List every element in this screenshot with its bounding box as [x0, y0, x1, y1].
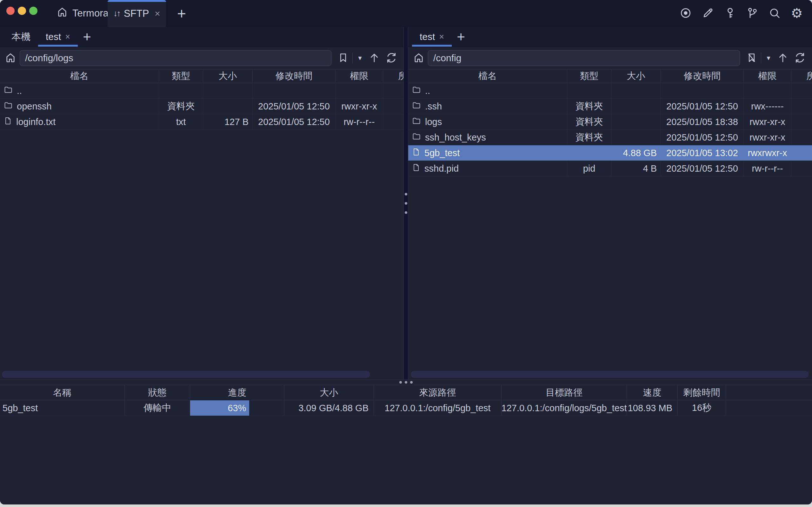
file-owner	[791, 83, 812, 98]
file-type: 資料夾	[159, 99, 203, 114]
left-tab-test-close-icon[interactable]: ×	[65, 32, 70, 42]
column-header-transfer-name[interactable]: 名稱	[0, 385, 125, 400]
maximize-window-button[interactable]	[29, 7, 38, 15]
file-icon	[412, 163, 420, 174]
record-icon	[680, 7, 692, 20]
column-header-remaining[interactable]: 剩餘時間	[678, 385, 726, 400]
file-permissions	[744, 83, 791, 98]
column-header-permissions[interactable]: 權限	[744, 69, 791, 83]
pane-splitter[interactable]	[403, 27, 408, 380]
splitter-dot	[405, 381, 407, 384]
file-permissions: rwxr-xr-x	[335, 99, 383, 114]
file-row[interactable]: loginfo.txt txt 127 B 2025/01/05 12:50 r…	[0, 114, 403, 130]
left-path-input[interactable]	[20, 50, 331, 66]
splitter-dot	[405, 202, 407, 205]
right-path-actions: ▾	[742, 50, 808, 66]
app-window: Termora ↓↑ SFTP × + ⚙	[0, 0, 812, 504]
tab-sftp[interactable]: ↓↑ SFTP ×	[108, 0, 166, 27]
left-home-button[interactable]	[3, 50, 18, 66]
right-home-button[interactable]	[412, 50, 426, 66]
column-header-owner[interactable]: 所	[383, 69, 403, 83]
transfer-name: 5gb_test	[0, 400, 125, 415]
right-refresh-button[interactable]	[792, 50, 808, 66]
tab-termora[interactable]: Termora	[56, 0, 109, 26]
transfer-target-path: 127.0.0.1:/config/logs/5gb_test	[501, 400, 627, 415]
right-bookmark-button[interactable]	[744, 50, 759, 66]
port-forwarding-button[interactable]	[744, 5, 761, 21]
right-path-input[interactable]	[428, 50, 740, 66]
left-pane-tabbar: 本機 test × +	[0, 27, 403, 47]
right-bookmark-dropdown[interactable]: ▾	[763, 50, 774, 66]
right-tab-test[interactable]: test ×	[412, 27, 452, 47]
column-header-name[interactable]: 檔名	[0, 69, 159, 83]
file-row-selected[interactable]: 5gb_test 4.88 GB 2025/01/05 13:02 rwxrwx…	[408, 145, 812, 161]
file-row[interactable]: sshd.pid pid 4 B 2025/01/05 12:50 rw-r--…	[408, 161, 812, 176]
right-tab-test-close-icon[interactable]: ×	[439, 32, 444, 42]
left-tab-test[interactable]: test ×	[38, 27, 78, 47]
settings-button[interactable]: ⚙	[789, 5, 805, 21]
column-header-modified[interactable]: 修改時間	[253, 69, 335, 83]
column-header-size[interactable]: 大小	[611, 69, 661, 83]
file-permissions	[335, 83, 383, 98]
sftp-panes: 本機 test × + ▾	[0, 27, 812, 380]
transfer-panel: 名稱 狀態 進度 大小 來源路徑 目標路徑 速度 剩餘時間 5gb_test 傳…	[0, 385, 812, 504]
file-row[interactable]: ssh_host_keys 資料夾 2025/01/05 12:50 rwxr-…	[408, 130, 812, 145]
keys-button[interactable]	[722, 5, 738, 21]
file-type: pid	[567, 161, 611, 176]
file-row[interactable]: .ssh 資料夾 2025/01/05 12:50 rwx------	[408, 99, 812, 114]
new-terminal-tab-button[interactable]: +	[172, 0, 191, 26]
right-new-tab-button[interactable]: +	[452, 27, 470, 47]
column-header-speed[interactable]: 速度	[627, 385, 678, 400]
column-header-transfer-size[interactable]: 大小	[284, 385, 374, 400]
column-header-owner[interactable]: 所	[791, 69, 812, 83]
left-bookmark-dropdown[interactable]: ▾	[355, 50, 365, 66]
right-parent-dir-button[interactable]	[774, 50, 791, 66]
column-header-size[interactable]: 大小	[203, 69, 253, 83]
file-size	[203, 83, 253, 98]
close-window-button[interactable]	[6, 7, 15, 15]
file-row[interactable]: logs 資料夾 2025/01/05 18:38 rwxr-xr-x	[408, 114, 812, 130]
column-header-name[interactable]: 檔名	[408, 69, 567, 83]
transfer-panel-splitter[interactable]	[0, 380, 812, 385]
minimize-window-button[interactable]	[18, 7, 26, 15]
left-refresh-button[interactable]	[383, 50, 400, 66]
file-modified: 2025/01/05 12:50	[253, 114, 335, 129]
column-header-modified[interactable]: 修改時間	[661, 69, 744, 83]
right-file-table: 檔名 類型 大小 修改時間 權限 所 .. .ssh 資料	[408, 69, 812, 176]
file-name: ssh_host_keys	[425, 132, 486, 143]
right-table-header: 檔名 類型 大小 修改時間 權限 所	[408, 69, 812, 83]
left-horizontal-scrollbar[interactable]	[2, 371, 370, 378]
column-header-permissions[interactable]: 權限	[335, 69, 383, 83]
search-button[interactable]	[766, 5, 783, 21]
column-header-status[interactable]: 狀態	[125, 385, 190, 400]
tab-sftp-close-icon[interactable]: ×	[155, 8, 160, 19]
file-size: 4 B	[611, 161, 661, 176]
right-pathbar: ▾	[408, 47, 812, 69]
file-type	[159, 83, 203, 98]
column-header-source-path[interactable]: 來源路徑	[374, 385, 501, 400]
transfer-row[interactable]: 5gb_test 傳輸中 63% 3.09 GB/4.88 GB 127.0.0…	[0, 400, 812, 416]
edit-button[interactable]	[700, 5, 716, 21]
column-header-progress[interactable]: 進度	[190, 385, 284, 400]
file-row[interactable]: ..	[0, 83, 403, 99]
transfer-arrows-icon: ↓↑	[113, 9, 120, 18]
left-parent-dir-button[interactable]	[366, 50, 382, 66]
left-pane: 本機 test × + ▾	[0, 27, 403, 380]
branch-icon	[746, 7, 758, 20]
record-button[interactable]	[678, 5, 694, 21]
left-new-tab-button[interactable]: +	[78, 27, 96, 47]
column-header-target-path[interactable]: 目標路徑	[501, 385, 627, 400]
file-size	[611, 130, 661, 145]
file-row[interactable]: openssh 資料夾 2025/01/05 12:50 rwxr-xr-x	[0, 99, 403, 114]
right-horizontal-scrollbar[interactable]	[411, 371, 809, 378]
file-row[interactable]: ..	[408, 83, 812, 99]
file-size	[203, 99, 253, 114]
right-pane: test × + ▾	[408, 27, 812, 380]
gear-icon: ⚙	[791, 7, 803, 20]
left-bookmark-button[interactable]	[336, 50, 350, 66]
file-modified: 2025/01/05 12:50	[661, 161, 744, 176]
left-tab-test-label: test	[46, 32, 61, 42]
column-header-type[interactable]: 類型	[159, 69, 203, 83]
left-tab-local[interactable]: 本機	[4, 27, 38, 47]
column-header-type[interactable]: 類型	[567, 69, 611, 83]
